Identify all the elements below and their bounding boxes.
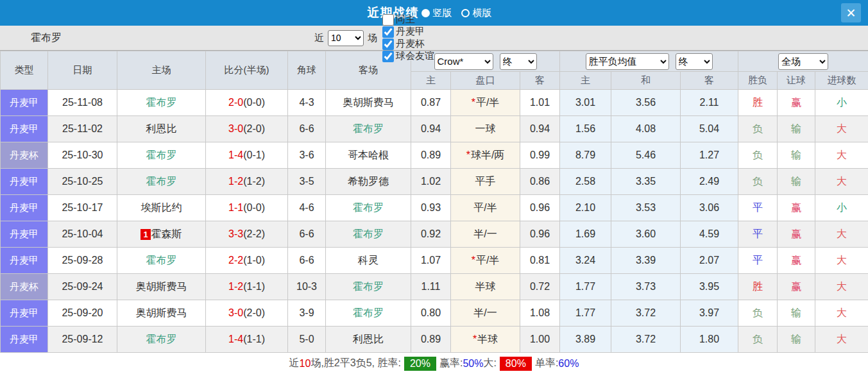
- ah-time-select[interactable]: 终: [500, 53, 537, 70]
- filter-checkbox-item[interactable]: 丹麦杯: [377, 38, 434, 50]
- match-row: 丹麦甲25-09-20奥胡斯费马3-0(2-0)3-9霍布罗0.80半/一1.0…: [1, 300, 868, 327]
- handicap-line: 一球: [475, 123, 496, 134]
- footer-stat: 赢率:: [439, 357, 463, 370]
- type-cell: 丹麦甲: [1, 248, 48, 274]
- home-team-cell: 霍布罗: [117, 169, 206, 195]
- eu-away-odds: 2.07: [681, 248, 738, 274]
- eu-away-odds: 3.06: [681, 195, 738, 221]
- filter-checkbox-item[interactable]: 球会友谊: [377, 50, 434, 62]
- result-handicap: 输: [778, 116, 815, 142]
- home-team-cell: 霍布罗: [117, 248, 206, 274]
- scope-select[interactable]: 全场: [778, 53, 828, 70]
- halftime-score: (0-0): [243, 97, 265, 108]
- result-wdl: 负: [738, 300, 778, 327]
- result-handicap: 赢: [778, 248, 815, 274]
- away-team-name: 霍布罗: [353, 228, 384, 239]
- rank-badge: 1: [140, 229, 150, 240]
- handicap-line: 半球: [477, 334, 498, 344]
- result-goals: 大: [815, 142, 868, 169]
- eu-draw-odds: 3.39: [611, 248, 681, 274]
- handicap-line: 半/一: [473, 228, 497, 239]
- type-cell: 丹麦甲: [1, 169, 48, 195]
- filter-checkbox[interactable]: [382, 51, 394, 62]
- eu-home-odds: 1.69: [560, 221, 611, 248]
- subcol-goals: 进球数: [815, 72, 868, 90]
- away-team-cell: 霍布罗: [326, 221, 411, 248]
- footer-stat: 场,胜2平3负5, 胜率:: [311, 357, 400, 370]
- away-team-name: 希勒罗德: [348, 176, 389, 187]
- recent-count-select[interactable]: 10: [328, 30, 364, 46]
- away-team-name: 哥本哈根: [348, 149, 389, 160]
- corners-cell: 10-3: [288, 274, 326, 300]
- score-cell: 2-2(1-0): [206, 248, 288, 274]
- europe-odds-group: 胜平负均值 终: [560, 51, 738, 72]
- home-team-name: 霍布罗: [146, 255, 177, 266]
- corners-cell: 4-3: [288, 90, 326, 116]
- home-team-name: 霍布罗: [146, 97, 177, 108]
- type-cell: 丹麦杯: [1, 142, 48, 169]
- filter-checkbox-item[interactable]: 丹麦甲: [377, 26, 434, 38]
- eu-time-select[interactable]: 终: [676, 53, 713, 70]
- handicap-line: 半球: [475, 281, 496, 292]
- date-cell: 25-09-28: [48, 248, 117, 274]
- result-wdl: 负: [738, 327, 778, 353]
- halftime-score: (1-1): [243, 334, 265, 344]
- handicap-line: 半/一: [473, 307, 497, 318]
- match-row: 丹麦甲25-10-041霍森斯3-3(2-2)6-6霍布罗0.92半/一0.96…: [1, 221, 868, 248]
- type-cell: 丹麦甲: [1, 195, 48, 221]
- halftime-score: (0-1): [243, 149, 265, 160]
- filter-checkbox-item[interactable]: 同主: [377, 13, 434, 26]
- bookmaker-select[interactable]: Crow*: [434, 53, 493, 70]
- close-button[interactable]: ✕: [841, 3, 861, 22]
- result-handicap: 输: [778, 142, 815, 169]
- changed-line-star: *: [473, 334, 477, 344]
- halftime-score: (1-2): [243, 176, 265, 187]
- corners-cell: 6-6: [288, 116, 326, 142]
- eu-draw-odds: 3.72: [611, 327, 681, 353]
- result-handicap: 赢: [778, 274, 815, 300]
- away-team-name: 霍布罗: [353, 202, 384, 213]
- eu-source-select[interactable]: 胜平负均值: [586, 53, 669, 70]
- subcol-wdl: 胜负: [738, 72, 778, 90]
- result-handicap: 输: [778, 327, 815, 353]
- score-cell: 1-4(1-1): [206, 327, 288, 353]
- filter-checkbox[interactable]: [382, 14, 394, 26]
- col-header-score: 比分(半场): [206, 51, 288, 90]
- filter-checkbox[interactable]: [382, 38, 394, 50]
- ah-away-odds: 0.94: [520, 116, 560, 142]
- ah-home-odds: 0.93: [411, 195, 451, 221]
- fulltime-score: 2-0: [228, 97, 243, 108]
- close-icon: ✕: [846, 6, 856, 21]
- corners-cell: 3-6: [288, 142, 326, 169]
- match-row: 丹麦甲25-10-17埃斯比约1-1(0-0)4-6霍布罗0.93平/半0.96…: [1, 195, 868, 221]
- halftime-score: (1-0): [243, 255, 265, 266]
- match-row: 丹麦甲25-11-08霍布罗2-0(0-0)4-3奥胡斯费马0.87*平/半1.…: [1, 90, 868, 116]
- col-header-type: 类型: [1, 51, 48, 90]
- team-name: 霍布罗: [31, 31, 62, 45]
- match-row: 丹麦杯25-10-30霍布罗1-4(0-1)3-6哥本哈根0.89*球半/两0.…: [1, 142, 868, 169]
- handicap-line: 平/半: [476, 255, 499, 266]
- changed-line-star: *: [472, 97, 475, 108]
- result-wdl: 胜: [738, 90, 778, 116]
- eu-draw-odds: 3.56: [611, 90, 681, 116]
- date-cell: 25-10-17: [48, 195, 117, 221]
- ah-home-odds: 0.80: [411, 300, 451, 327]
- result-goals: 大: [815, 300, 868, 327]
- view-option-unselected[interactable]: 横版: [461, 7, 492, 19]
- home-team-name: 霍森斯: [151, 228, 182, 239]
- date-cell: 25-10-04: [48, 221, 117, 248]
- fulltime-score: 1-2: [228, 176, 243, 187]
- ah-away-odds: 1.01: [520, 90, 560, 116]
- eu-home-odds: 3.01: [560, 90, 611, 116]
- filter-checkbox[interactable]: [382, 26, 394, 38]
- corners-cell: 4-6: [288, 195, 326, 221]
- col-header-date: 日期: [48, 51, 117, 90]
- corners-cell: 5-0: [288, 327, 326, 353]
- result-wdl: 胜: [738, 274, 778, 300]
- filter-checkbox-label: 同主: [396, 13, 415, 26]
- away-team-cell: 霍布罗: [326, 195, 411, 221]
- away-team-cell: 希勒罗德: [326, 169, 411, 195]
- eu-draw-odds: 3.35: [611, 169, 681, 195]
- fulltime-score: 3-3: [228, 228, 243, 239]
- result-wdl: 负: [738, 169, 778, 195]
